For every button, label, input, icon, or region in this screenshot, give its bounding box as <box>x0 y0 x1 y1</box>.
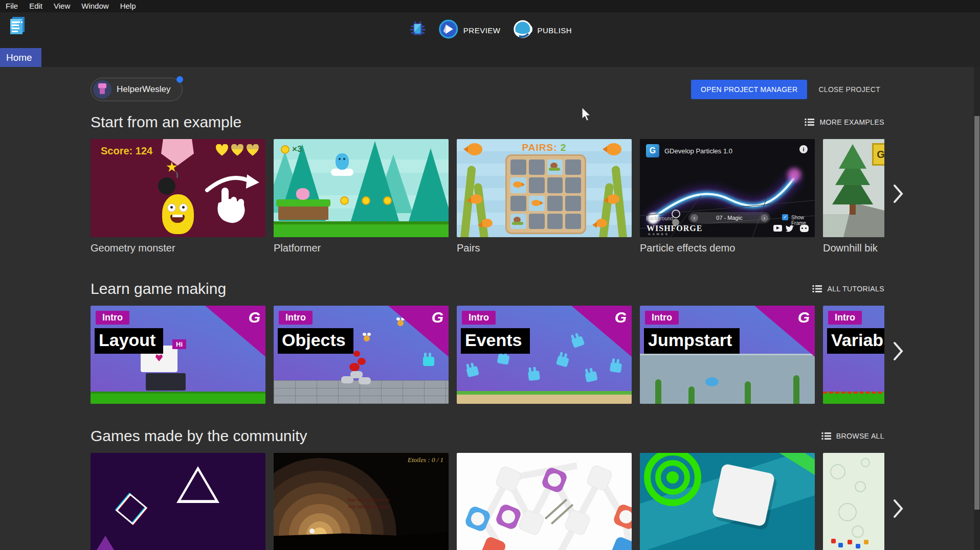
list-icon <box>821 432 832 440</box>
swipe-hand-icon <box>202 167 263 228</box>
coin-icon <box>281 145 289 154</box>
bunny-icon <box>497 354 510 365</box>
community-game-card[interactable] <box>457 453 632 550</box>
mouse-cursor <box>581 107 592 125</box>
menu-edit[interactable]: Edit <box>24 0 48 12</box>
gdevelop-logo-icon: G <box>615 309 627 326</box>
community-game-card[interactable]: Tuer les monstres en leur sautant dessus… <box>274 453 449 550</box>
scroll-right-tutorials[interactable] <box>888 339 908 363</box>
heart-icon <box>246 144 259 156</box>
score-text: Score: 124 <box>101 145 152 157</box>
scrollbar-track[interactable] <box>974 67 980 550</box>
tutorial-thumbnail: +1 G Intro Variab <box>823 306 884 404</box>
chevron-right-icon <box>893 341 904 361</box>
coin-icon <box>340 196 349 205</box>
menu-view[interactable]: View <box>48 0 76 12</box>
intro-tag: Intro <box>96 311 129 325</box>
info-icon: i <box>799 145 808 153</box>
example-card-label: Particle effects demo <box>640 242 815 254</box>
bunny-icon <box>585 371 597 382</box>
bee-icon <box>364 335 370 341</box>
close-project-button[interactable]: CLOSE PROJECT <box>814 80 884 99</box>
preview-button[interactable]: PREVIEW <box>463 26 501 35</box>
tutorial-card-layout[interactable]: Hi G Intro Layout <box>91 306 265 404</box>
example-card-geometry-monster[interactable]: Score: 124 <box>91 139 265 254</box>
browse-all-button[interactable]: BROWSE ALL <box>821 432 884 440</box>
tutorial-title: Events <box>461 328 530 354</box>
scrollbar-thumb[interactable] <box>974 116 979 510</box>
bunny-icon <box>571 336 585 348</box>
all-tutorials-button[interactable]: ALL TUTORIALS <box>812 285 884 293</box>
meat-pile <box>349 363 360 371</box>
publish-globe-icon[interactable] <box>513 19 532 41</box>
list-icon <box>812 285 822 293</box>
neon-triangle <box>176 466 219 503</box>
example-card-label: Downhill bik <box>823 242 884 254</box>
user-profile-chip[interactable]: HelperWesley <box>91 78 183 101</box>
hint-text: Tuer les monstres en leur sautant dessus <box>335 497 402 510</box>
stars-counter: Etoiles : 0 / 1 <box>408 456 443 464</box>
community-game-thumbnail <box>823 453 884 550</box>
menu-window[interactable]: Window <box>76 0 114 12</box>
tutorial-card-objects[interactable]: G Intro Objects <box>274 306 449 404</box>
open-project-manager-button[interactable]: OPEN PROJECT MANAGER <box>691 80 807 99</box>
snail-icon <box>514 217 521 223</box>
show-frame-label: Show Frame <box>791 215 815 226</box>
example-card-particle-effects[interactable]: G GDevelop Particles 1.0 i Background ‹ … <box>640 139 815 254</box>
example-card-pairs[interactable]: PAIRS: 2 <box>457 139 632 254</box>
discord-icon <box>800 225 809 232</box>
tutorial-card-jumpstart[interactable]: G Intro Jumpstart <box>640 306 815 404</box>
more-examples-button[interactable]: MORE EXAMPLES <box>805 118 884 126</box>
prev-arrow-icon: ‹ <box>691 214 698 222</box>
project-manager-icon[interactable] <box>7 15 28 36</box>
demo-title: GDevelop Particles 1.0 <box>664 147 732 155</box>
example-card-downhill[interactable]: G Downhill bik <box>823 139 884 254</box>
fish-icon <box>606 143 621 155</box>
player-character <box>336 153 349 170</box>
notification-dot <box>176 76 183 83</box>
swatch-circle <box>672 210 680 218</box>
section-title-examples: Start from an example <box>91 113 241 131</box>
bunny-icon <box>610 362 622 373</box>
player-ball <box>309 529 315 534</box>
heart-icon <box>215 144 229 156</box>
example-card-platformer[interactable]: ×3 Platformer <box>274 139 449 254</box>
community-game-card[interactable] <box>91 453 265 550</box>
scroll-right-examples[interactable] <box>888 181 908 206</box>
effect-name: 07 - Magic <box>716 215 742 221</box>
debugger-icon[interactable] <box>408 19 428 41</box>
fish-icon <box>481 219 493 227</box>
scroll-right-community[interactable] <box>888 496 908 521</box>
community-game-card[interactable] <box>640 453 815 550</box>
particles-thumbnail: G GDevelop Particles 1.0 i Background ‹ … <box>640 139 815 237</box>
tutorial-card-events[interactable]: G Intro Events <box>457 306 632 404</box>
tutorial-card-variables[interactable]: +1 G Intro Variab <box>823 306 884 404</box>
avatar <box>93 80 112 99</box>
list-icon <box>805 118 815 126</box>
next-arrow-icon: › <box>761 214 768 222</box>
seaweed <box>655 379 661 404</box>
editor-panel <box>146 373 186 391</box>
community-game-card[interactable] <box>823 453 884 550</box>
hi-label: Hi <box>172 339 186 349</box>
example-card-label: Platformer <box>274 242 449 254</box>
fish-icon <box>470 194 482 204</box>
coin-counter: ×3 <box>281 144 302 154</box>
heart-icon <box>231 144 244 156</box>
seaweed <box>598 182 614 237</box>
intro-tag: Intro <box>462 311 496 325</box>
tab-home[interactable]: Home <box>0 48 41 67</box>
example-card-label: Pairs <box>457 242 632 254</box>
publish-button[interactable]: PUBLISH <box>537 26 572 35</box>
menu-file[interactable]: File <box>0 0 24 12</box>
fish-icon <box>596 219 607 227</box>
tutorial-thumbnail: G Intro Objects <box>274 306 449 404</box>
background-label: Background <box>646 216 673 221</box>
bunny-icon <box>556 355 569 367</box>
menu-help[interactable]: Help <box>115 0 142 12</box>
bunny-icon <box>466 366 479 378</box>
preview-play-icon[interactable] <box>439 19 458 41</box>
gdevelop-logo-icon: G <box>249 309 260 326</box>
youtube-icon <box>773 225 782 232</box>
community-game-thumbnail <box>640 453 815 550</box>
